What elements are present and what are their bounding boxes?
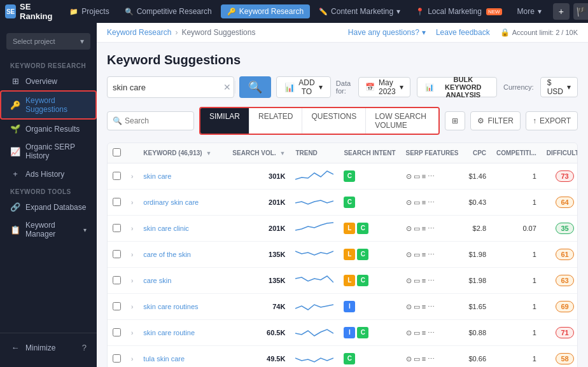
comp-6: 1 xyxy=(491,320,542,346)
tab-similar[interactable]: SIMILAR xyxy=(200,108,249,134)
intent-badge-c: C xyxy=(344,170,355,182)
clear-search-icon[interactable]: ✕ xyxy=(223,82,231,92)
bulk-keyword-analysis-button[interactable]: 📊 BULK KEYWORD ANALYSIS xyxy=(417,77,497,97)
help-link[interactable]: Have any questions? ▾ xyxy=(348,28,426,37)
brand-icon: SE xyxy=(5,4,16,18)
tabs-group: SIMILAR RELATED QUESTIONS LOW SEARCH VOL… xyxy=(199,107,440,135)
comp-1: 1 xyxy=(491,190,542,216)
feedback-link[interactable]: Leave feedback xyxy=(436,28,490,37)
row-expand-6[interactable]: › xyxy=(131,329,133,336)
nav-competitive-research[interactable]: 🔍 Competitive Research xyxy=(118,4,218,18)
row-expand-5[interactable]: › xyxy=(131,303,133,310)
tab-questions[interactable]: QUESTIONS xyxy=(302,108,366,134)
row-checkbox-4[interactable] xyxy=(113,276,121,284)
cpc-5: $1.65 xyxy=(464,294,492,320)
nav-projects-label: Projects xyxy=(81,7,109,16)
difficulty-badge-2: 35 xyxy=(556,223,573,234)
search-vol-0: 301K xyxy=(269,172,285,180)
col-keyword[interactable]: KEYWORD (46,913) ▼ xyxy=(138,143,227,163)
sidebar-item-overview[interactable]: ⊞ Overview xyxy=(0,72,97,90)
keyword-link-0[interactable]: skin care xyxy=(143,172,171,180)
expand-db-icon: 🔗 xyxy=(10,202,20,212)
row-expand-3[interactable]: › xyxy=(131,251,133,258)
intent-col-6: I C xyxy=(339,320,400,346)
search-vol-6: 60.5K xyxy=(267,329,285,336)
nav-content-marketing[interactable]: ✏️ Content Marketing ▾ xyxy=(312,4,407,18)
row-expand-2[interactable]: › xyxy=(131,225,133,232)
keyword-link-5[interactable]: skin care routines xyxy=(143,303,198,310)
filter-icon: ⚙ xyxy=(477,116,484,125)
brand-name: SE Ranking xyxy=(20,2,55,21)
table-search-box: 🔍 xyxy=(107,111,194,130)
select-all-checkbox[interactable] xyxy=(113,148,121,156)
currency-selector[interactable]: $ USD ▾ xyxy=(540,77,578,97)
row-checkbox-7[interactable] xyxy=(113,354,121,363)
nav-actions: + 🏴 🔔 8 D xyxy=(553,3,588,20)
add-to-button[interactable]: 📊 ADD TO ▾ xyxy=(276,76,331,98)
keyword-link-4[interactable]: care skin xyxy=(143,277,171,284)
trend-sparkline-1 xyxy=(295,194,333,209)
sidebar-item-keyword-manager[interactable]: 📋 Keyword Manager ▾ xyxy=(0,216,97,243)
add-button[interactable]: + xyxy=(553,3,570,20)
nav-more[interactable]: More ▾ xyxy=(511,4,548,18)
sidebar-item-keyword-suggestions[interactable]: 🔑 Keyword Suggestions xyxy=(0,90,97,120)
search-button[interactable]: 🔍 xyxy=(239,76,271,98)
row-checkbox-2[interactable] xyxy=(113,224,121,232)
row-checkbox-3[interactable] xyxy=(113,250,121,258)
col-trend: TREND xyxy=(290,143,339,163)
row-checkbox-6[interactable] xyxy=(113,328,121,336)
difficulty-badge-0: 73 xyxy=(556,170,573,182)
col-cpc: CPC xyxy=(464,143,492,163)
nav-keyword-research[interactable]: 🔑 Keyword Research xyxy=(221,4,310,18)
row-expand-4[interactable]: › xyxy=(131,277,133,284)
row-checkbox-1[interactable] xyxy=(113,198,121,206)
keyword-link-6[interactable]: skin care routine xyxy=(143,329,195,336)
date-dropdown-icon: ▾ xyxy=(400,83,403,92)
filter-button[interactable]: ⚙ FILTER xyxy=(470,111,520,130)
table-row: › care skin 135K L C ⊙ ▭ ≡ ⋯ $1.98 1 63 … xyxy=(108,268,578,294)
columns-button[interactable]: ⊞ xyxy=(445,111,465,130)
col-search-vol[interactable]: SEARCH VOL. ▼ xyxy=(227,143,290,163)
table-row: › tula skin care 49.5K C ⊙ ▭ ≡ ⋯ $0.66 1… xyxy=(108,346,578,368)
keyword-link-7[interactable]: tula skin care xyxy=(143,355,185,363)
trend-sparkline-7 xyxy=(295,350,333,366)
nav-projects[interactable]: 📁 Projects xyxy=(63,4,115,18)
keyword-link-3[interactable]: care of the skin xyxy=(143,251,191,258)
table-search-input[interactable] xyxy=(125,116,188,125)
tab-low-search-volume[interactable]: LOW SEARCH VOLUME xyxy=(366,108,438,134)
tab-related[interactable]: RELATED xyxy=(249,108,302,134)
flag-button[interactable]: 🏴 xyxy=(573,3,588,20)
sidebar-item-expand-database[interactable]: 🔗 Expand Database xyxy=(0,198,97,216)
intent-col-7: C xyxy=(339,346,400,368)
serp-features: ⊙ ▭ ≡ ⋯ xyxy=(406,355,435,363)
keyword-link-1[interactable]: ordinary skin care xyxy=(143,198,199,206)
date-selector[interactable]: 📅 May 2023 ▾ xyxy=(358,77,410,97)
breadcrumb-parent[interactable]: Keyword Research xyxy=(107,28,171,37)
row-expand-1[interactable]: › xyxy=(131,199,133,206)
sidebar-item-organic-serp-history[interactable]: 📈 Organic SERP History xyxy=(0,138,97,165)
nav-keyword-label: Keyword Research xyxy=(239,7,304,16)
sidebar-minimize[interactable]: ← Minimize ? xyxy=(0,338,97,357)
export-icon: ↑ xyxy=(533,116,536,125)
row-checkbox-0[interactable] xyxy=(113,172,121,180)
table-row: › skin care routines 74K I ⊙ ▭ ≡ ⋯ $1.65… xyxy=(108,294,578,320)
sidebar-item-ads-history[interactable]: + Ads History xyxy=(0,165,97,183)
col-serp: SERP FEATURES xyxy=(401,143,464,163)
nav-local-marketing[interactable]: 📍 Local Marketing NEW xyxy=(409,4,508,18)
search-vol-3: 135K xyxy=(269,251,285,258)
row-expand-0[interactable]: › xyxy=(131,173,133,180)
row-expand-7[interactable]: › xyxy=(131,356,133,363)
help-icon[interactable]: ? xyxy=(82,343,87,352)
intent-badge-c: C xyxy=(344,197,355,208)
row-checkbox-5[interactable] xyxy=(113,302,121,310)
keyword-search-input[interactable] xyxy=(113,83,220,92)
keyword-link-2[interactable]: skin care clinic xyxy=(143,225,189,232)
sidebar-section-keyword-research: KEYWORD RESEARCH xyxy=(0,57,97,72)
table-header-row: KEYWORD (46,913) ▼ SEARCH VOL. ▼ TREND S… xyxy=(108,143,578,163)
project-selector[interactable]: Select project ▾ xyxy=(6,33,90,50)
export-button[interactable]: ↑ EXPORT xyxy=(526,111,578,130)
cpc-6: $0.88 xyxy=(464,320,492,346)
sidebar-keyword-manager-label: Keyword Manager xyxy=(25,221,78,239)
sidebar-item-organic-results[interactable]: 🌱 Organic Results xyxy=(0,120,97,138)
page-content: Keyword Suggestions ✕ 🇺🇸 ▾ 🔍 📊 ADD TO ▾ xyxy=(97,43,588,367)
